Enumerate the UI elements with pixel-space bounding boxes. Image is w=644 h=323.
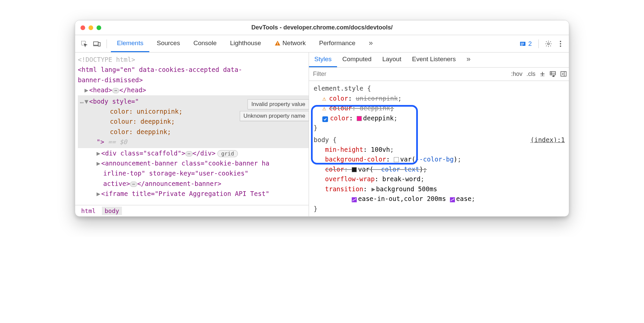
grid-badge[interactable]: grid: [217, 150, 238, 157]
tab-more[interactable]: »: [461, 52, 476, 67]
svg-point-9: [547, 43, 549, 45]
issues-counter[interactable]: 2: [517, 40, 534, 47]
tab-sources[interactable]: Sources: [151, 35, 186, 52]
cls-toggle[interactable]: .cls: [526, 71, 535, 78]
rule-body[interactable]: body { (index):1 min-height: 100vh; back…: [314, 135, 565, 214]
dom-tree[interactable]: <!DOCTYPE html> <html lang="en" data-coo…: [75, 52, 309, 205]
head-tag[interactable]: ▶<head>⋯</head>: [78, 85, 309, 95]
rule-element-style[interactable]: element.style { ⚠color: unicornpink; ⚠co…: [314, 84, 565, 133]
new-rule-icon[interactable]: [539, 71, 545, 77]
announcement-banner-tag[interactable]: ▶<announcement-banner class="cookie-bann…: [78, 158, 309, 168]
style-declaration[interactable]: color: deeppink;: [322, 113, 565, 123]
zoom-window-icon[interactable]: [97, 25, 101, 30]
svg-rect-6: [521, 43, 524, 43]
toolbar-separator: [538, 39, 539, 48]
style-declaration[interactable]: ⚠colour: deeppink;: [322, 103, 565, 113]
color-swatch-icon[interactable]: [357, 116, 362, 121]
svg-point-11: [560, 43, 561, 44]
tooltip-invalid-value: Invalid property value: [248, 99, 309, 109]
svg-rect-3: [277, 42, 278, 44]
svg-rect-1: [94, 42, 98, 45]
tab-performance[interactable]: Performance: [313, 35, 361, 52]
iframe-tag[interactable]: ▶<iframe title="Private Aggregation API …: [78, 189, 309, 199]
div-tag[interactable]: ▶<div class="scaffold">⋯</div>grid: [78, 148, 309, 158]
device-toolbar-icon[interactable]: [91, 38, 103, 49]
warning-icon: ⚠: [322, 94, 329, 103]
tab-console[interactable]: Console: [187, 35, 223, 52]
styles-rules: element.style { ⚠color: unicornpink; ⚠co…: [309, 81, 569, 216]
filter-input[interactable]: [313, 71, 507, 78]
svg-point-10: [560, 41, 561, 42]
expand-icon[interactable]: ⋯: [130, 182, 137, 187]
panes: <!DOCTYPE html> <html lang="en" data-coo…: [75, 52, 569, 216]
computed-styles-icon[interactable]: [549, 71, 556, 77]
checkbox-icon[interactable]: [322, 116, 328, 122]
expand-icon[interactable]: ⋯: [185, 151, 193, 156]
style-declaration[interactable]: min-height: 100vh;: [325, 145, 565, 154]
color-swatch-icon[interactable]: [394, 157, 399, 162]
svg-rect-14: [561, 72, 566, 76]
svg-rect-8: [521, 45, 523, 45]
traffic-lights: [80, 25, 101, 30]
devtools-window: DevTools - developer.chrome.com/docs/dev…: [75, 20, 569, 217]
sidebar-tabs: Styles Computed Layout Event Listeners »: [309, 52, 569, 68]
tab-event-listeners[interactable]: Event Listeners: [407, 52, 461, 67]
tab-network[interactable]: Network: [269, 35, 312, 52]
doctype: <!DOCTYPE html>: [78, 55, 309, 65]
tab-lighthouse[interactable]: Lighthouse: [224, 35, 267, 52]
toolbar-separator: [107, 39, 107, 48]
style-declaration[interactable]: color: var(--color-text);: [325, 165, 565, 174]
tooltip-unknown-name: Unknown property name: [240, 111, 309, 121]
expand-icon[interactable]: ⋯: [112, 88, 120, 93]
styles-sidebar: Styles Computed Layout Event Listeners »…: [309, 52, 569, 216]
toggle-sidebar-icon[interactable]: [560, 71, 567, 77]
window-title: DevTools - developer.chrome.com/docs/dev…: [75, 24, 569, 31]
main-toolbar: Elements Sources Console Lighthouse Netw…: [75, 35, 569, 52]
tab-styles[interactable]: Styles: [309, 52, 337, 67]
html-tag[interactable]: <html lang="en" data-cookies-accepted da…: [78, 65, 309, 75]
elements-panel: <!DOCTYPE html> <html lang="en" data-coo…: [75, 52, 309, 216]
svg-rect-7: [521, 44, 524, 44]
panel-tabs: Elements Sources Console Lighthouse Netw…: [111, 35, 379, 52]
expand-icon[interactable]: ▶: [371, 184, 375, 194]
svg-point-12: [560, 45, 561, 47]
warning-icon: ⚠: [322, 103, 329, 113]
source-link[interactable]: (index):1: [530, 135, 565, 145]
easing-icon[interactable]: [352, 197, 357, 202]
breadcrumb-body[interactable]: body: [102, 207, 122, 215]
tab-layout[interactable]: Layout: [377, 52, 407, 67]
tab-more[interactable]: »: [363, 35, 379, 52]
easing-icon[interactable]: [450, 197, 455, 202]
style-declaration[interactable]: overflow-wrap: break-word;: [325, 174, 565, 184]
tab-elements[interactable]: Elements: [111, 35, 149, 52]
html-tag[interactable]: banner-dismissed>: [78, 75, 309, 85]
issues-icon: [519, 41, 526, 47]
settings-icon[interactable]: [543, 38, 554, 49]
breadcrumb-html[interactable]: html: [78, 207, 98, 215]
node-actions-icon[interactable]: ⋯: [80, 97, 84, 107]
style-declaration[interactable]: ⚠color: unicornpink;: [322, 94, 565, 103]
svg-rect-4: [277, 44, 278, 45]
style-declaration[interactable]: background-color: var(--color-bg);: [325, 154, 565, 164]
color-swatch-icon[interactable]: [352, 167, 357, 172]
minimize-window-icon[interactable]: [89, 25, 93, 30]
hov-toggle[interactable]: :hov: [511, 71, 522, 78]
styles-toolbar: :hov .cls: [309, 68, 569, 81]
more-menu-icon[interactable]: [555, 39, 566, 49]
tab-computed[interactable]: Computed: [337, 52, 377, 67]
inspect-element-icon[interactable]: [78, 38, 90, 49]
warning-icon: [275, 40, 281, 46]
breadcrumb: html body: [75, 205, 309, 216]
style-declaration[interactable]: transition: ▶background 500ms: [325, 184, 565, 194]
close-window-icon[interactable]: [80, 25, 85, 30]
titlebar: DevTools - developer.chrome.com/docs/dev…: [75, 20, 569, 35]
